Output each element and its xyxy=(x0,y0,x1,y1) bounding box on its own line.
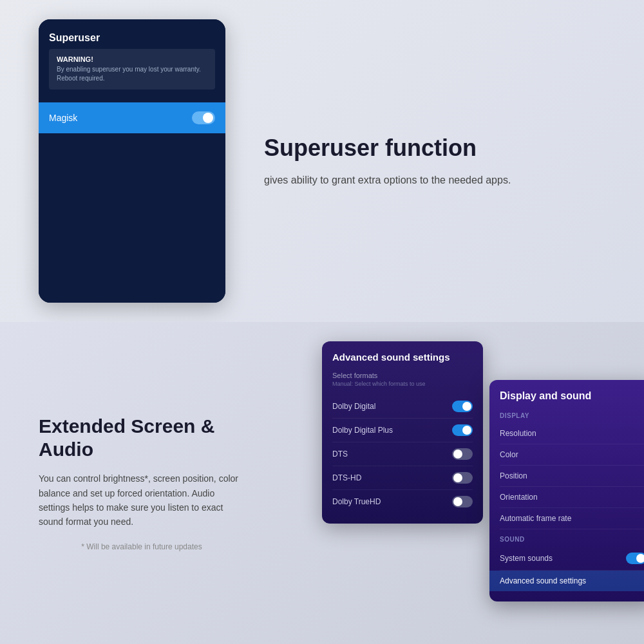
sound-settings-card: Advanced sound settings Select formats M… xyxy=(322,341,483,524)
audio-feature-desc: You can control brightness*, screen posi… xyxy=(39,471,245,529)
superuser-phone-title: Superuser xyxy=(49,32,215,44)
ds-row-orientation[interactable]: Orientation xyxy=(500,487,644,508)
ds-row-resolution[interactable]: Resolution xyxy=(500,423,644,444)
magisk-label: Magisk xyxy=(49,113,77,123)
format-row-dts[interactable]: DTS xyxy=(332,442,473,466)
ds-row-frame-rate[interactable]: Automatic frame rate xyxy=(500,508,644,529)
ds-row-advanced-sound[interactable]: Advanced sound settings xyxy=(489,571,644,591)
cards-container: Advanced sound settings Select formats M… xyxy=(322,341,644,638)
format-name-dolby-truehd: Dolby TrueHD xyxy=(332,497,381,506)
superuser-feature-text: Superuser function gives ability to gran… xyxy=(264,134,605,187)
ds-label-frame-rate: Automatic frame rate xyxy=(500,514,571,523)
toggle-dolby-digital[interactable] xyxy=(452,401,473,412)
display-section-label: Display xyxy=(500,412,644,419)
sound-card-title: Advanced sound settings xyxy=(332,352,473,363)
format-name-dts: DTS xyxy=(332,450,348,459)
toggle-sm-knob xyxy=(453,450,462,459)
toggle-dolby-truehd[interactable] xyxy=(452,496,473,507)
phone-body xyxy=(39,133,225,303)
ds-label-orientation: Orientation xyxy=(500,493,538,502)
select-formats-label: Select formats xyxy=(332,372,473,379)
toggle-ds-knob xyxy=(636,554,644,563)
toggle-dolby-digital-plus[interactable] xyxy=(452,424,473,436)
warning-text: By enabling superuser you may lost your … xyxy=(57,65,207,83)
ds-label-position: Position xyxy=(500,471,527,480)
ds-row-position[interactable]: Position xyxy=(500,466,644,487)
system-sounds-toggle[interactable] xyxy=(626,553,644,564)
format-row-dts-hd[interactable]: DTS-HD xyxy=(332,466,473,490)
ds-label-resolution: Resolution xyxy=(500,429,536,438)
display-sound-card: Display and sound Display Resolution Col… xyxy=(489,380,644,601)
ds-label-color: Color xyxy=(500,450,518,459)
toggle-knob xyxy=(203,113,213,123)
audio-feature-text: Extended Screen & Audio You can control … xyxy=(39,415,245,551)
toggle-sm-knob xyxy=(462,402,471,411)
format-row-dolby-digital-plus[interactable]: Dolby Digital Plus xyxy=(332,419,473,442)
toggle-sm-knob xyxy=(462,426,471,435)
toggle-dts-hd[interactable] xyxy=(452,472,473,484)
bottom-section: Extended Screen & Audio You can control … xyxy=(0,322,644,644)
sound-section-label: Sound xyxy=(500,536,644,543)
toggle-sm-knob xyxy=(453,497,462,506)
format-row-dolby-digital[interactable]: Dolby Digital xyxy=(332,395,473,419)
format-name-dolby-digital-plus: Dolby Digital Plus xyxy=(332,426,393,435)
format-name-dts-hd: DTS-HD xyxy=(332,473,361,482)
audio-feature-note: * Will be available in future updates xyxy=(39,542,245,551)
toggle-dts[interactable] xyxy=(452,448,473,460)
display-sound-title: Display and sound xyxy=(500,390,644,402)
ds-label-system-sounds: System sounds xyxy=(500,554,553,563)
magisk-toggle[interactable] xyxy=(192,111,215,124)
magisk-toggle-row[interactable]: Magisk xyxy=(39,102,225,133)
ds-row-system-sounds[interactable]: System sounds xyxy=(500,547,644,571)
toggle-sm-knob xyxy=(453,473,462,482)
warning-box: WARNING! By enabling superuser you may l… xyxy=(49,49,215,90)
top-section: Superuser WARNING! By enabling superuser… xyxy=(0,0,644,322)
warning-title: WARNING! xyxy=(57,55,207,63)
ds-row-color[interactable]: Color xyxy=(500,444,644,466)
select-formats-sub: Manual: Select which formats to use xyxy=(332,381,473,387)
superuser-feature-desc: gives ability to grant extra options to … xyxy=(264,173,605,188)
audio-feature-title: Extended Screen & Audio xyxy=(39,415,245,461)
ds-label-advanced-sound: Advanced sound settings xyxy=(500,576,586,585)
superuser-phone-mockup: Superuser WARNING! By enabling superuser… xyxy=(39,19,225,303)
superuser-feature-title: Superuser function xyxy=(264,134,605,162)
format-name-dolby-digital: Dolby Digital xyxy=(332,402,375,411)
format-row-dolby-truehd[interactable]: Dolby TrueHD xyxy=(332,490,473,513)
